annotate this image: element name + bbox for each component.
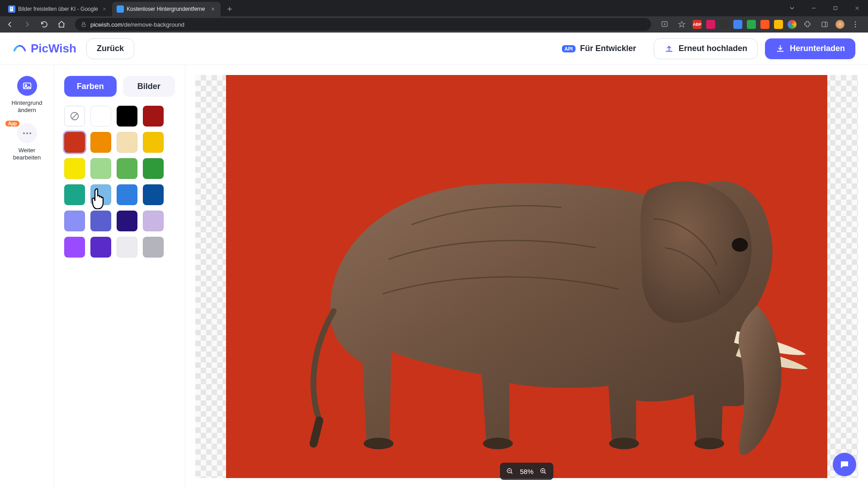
color-swatch[interactable] — [90, 106, 111, 127]
app-header: PicWish Zurück API Für Entwickler Erneut… — [0, 33, 868, 65]
color-swatch[interactable] — [64, 184, 85, 205]
color-swatch[interactable] — [143, 158, 164, 179]
color-swatch[interactable] — [143, 237, 164, 258]
profile-avatar[interactable] — [835, 20, 844, 29]
color-swatch[interactable] — [90, 184, 111, 205]
svg-rect-5 — [82, 24, 85, 26]
color-swatch[interactable] — [64, 237, 85, 258]
tab-close-icon[interactable] — [210, 6, 216, 12]
panel-tabs: Farben Bilder — [64, 76, 175, 97]
color-swatch[interactable] — [143, 132, 164, 153]
no-color-icon — [70, 111, 80, 121]
change-bg-icon — [17, 76, 37, 96]
svg-point-10 — [855, 26, 856, 27]
background-panel: Farben Bilder — [54, 65, 185, 488]
extensions-menu-icon[interactable] — [801, 18, 814, 31]
color-swatch[interactable] — [117, 184, 137, 205]
tab-colors[interactable]: Farben — [64, 76, 117, 97]
url-domain: picwish.com — [90, 21, 123, 28]
svg-rect-7 — [822, 22, 827, 27]
tab-colors-label: Farben — [77, 82, 104, 91]
svg-point-16 — [483, 438, 513, 449]
color-swatch[interactable] — [64, 132, 85, 153]
app-badge: App — [5, 121, 19, 127]
rail-continue-edit[interactable]: App Weiter bearbeiten — [5, 123, 50, 162]
color-swatch[interactable] — [117, 106, 137, 127]
color-swatch[interactable] — [90, 237, 111, 258]
ext-icon-2[interactable] — [706, 20, 715, 29]
ext-icon-5[interactable] — [747, 20, 756, 29]
svg-point-17 — [609, 438, 639, 449]
browser-tab-2[interactable]: Kostenloser Hintergrundentferne — [112, 2, 221, 16]
ext-icon-4[interactable] — [733, 20, 742, 29]
window-maximize-button[interactable] — [825, 0, 846, 16]
browser-menu-icon[interactable] — [849, 18, 862, 31]
color-swatch[interactable] — [143, 106, 164, 127]
download-label: Herunterladen — [790, 44, 845, 53]
chat-fab[interactable] — [833, 453, 856, 476]
zoom-out-icon[interactable] — [506, 468, 514, 475]
window-controls — [781, 0, 868, 16]
reupload-label: Erneut hochladen — [679, 44, 747, 53]
color-swatch[interactable] — [117, 211, 137, 231]
color-swatch[interactable] — [64, 211, 85, 231]
color-swatch[interactable] — [143, 211, 164, 231]
tab-dropdown-icon[interactable] — [781, 0, 803, 16]
svg-rect-4 — [834, 7, 837, 10]
side-panel-icon[interactable] — [818, 18, 831, 31]
reupload-button[interactable]: Erneut hochladen — [654, 38, 758, 59]
ext-abp-icon[interactable]: ABP — [693, 20, 702, 29]
ext-icon-6[interactable] — [760, 20, 769, 29]
bookmark-icon[interactable] — [675, 18, 688, 31]
download-icon — [775, 44, 785, 54]
upload-icon — [664, 44, 674, 54]
download-button[interactable]: Herunterladen — [765, 38, 855, 59]
url-field[interactable]: picwish.com/de/remove-background — [75, 18, 651, 31]
logo-text: PicWish — [31, 42, 76, 56]
tab-images-label: Bilder — [137, 82, 160, 91]
new-tab-button[interactable] — [223, 3, 236, 15]
nav-forward-button[interactable] — [21, 18, 33, 31]
color-swatch[interactable] — [143, 184, 164, 205]
window-close-button[interactable] — [846, 0, 868, 16]
developers-button[interactable]: API Für Entwickler — [552, 38, 646, 59]
tab-favicon-picwish — [117, 5, 124, 13]
nav-back-button[interactable] — [4, 18, 16, 31]
zoom-in-icon[interactable] — [540, 468, 547, 475]
color-swatch[interactable] — [90, 132, 111, 153]
canvas-area: 58% — [185, 65, 868, 488]
rail-change-bg-label: Hintergrund ändern — [5, 99, 50, 114]
rail-continue-label: Weiter bearbeiten — [5, 147, 50, 162]
color-swatch[interactable] — [117, 158, 137, 179]
window-minimize-button[interactable] — [803, 0, 825, 16]
image-background[interactable] — [226, 75, 827, 478]
app-logo[interactable]: PicWish — [13, 42, 76, 56]
color-swatch[interactable] — [117, 237, 137, 258]
rail-change-background[interactable]: Hintergrund ändern — [5, 76, 50, 114]
left-rail: Hintergrund ändern App Weiter bearbeiten — [0, 65, 54, 488]
color-swatch[interactable] — [64, 158, 85, 179]
nav-reload-button[interactable] — [38, 18, 51, 31]
ext-icon-7[interactable] — [774, 20, 783, 29]
back-label: Zurück — [97, 44, 124, 53]
color-swatch[interactable] — [117, 132, 137, 153]
browser-toolbar: picwish.com/de/remove-background ABP — [0, 16, 868, 33]
tab-title: Bilder freistellen über KI - Google — [18, 6, 99, 12]
install-app-icon[interactable] — [658, 18, 671, 31]
tab-images[interactable]: Bilder — [123, 76, 175, 97]
nav-home-button[interactable] — [55, 18, 68, 31]
color-swatch[interactable] — [90, 211, 111, 231]
back-button[interactable]: Zurück — [86, 38, 134, 59]
svg-rect-3 — [11, 9, 12, 9]
chat-icon — [839, 459, 850, 470]
ext-icon-8[interactable] — [788, 20, 797, 29]
ext-icon-3[interactable] — [720, 20, 729, 29]
browser-tab-strip: Bilder freistellen über KI - Google Kost… — [0, 0, 868, 16]
browser-tab-1[interactable]: Bilder freistellen über KI - Google — [4, 2, 112, 16]
lock-icon — [80, 21, 87, 28]
color-swatch[interactable] — [90, 158, 111, 179]
svg-point-15 — [363, 438, 393, 449]
tab-favicon-docs — [8, 5, 15, 13]
tab-close-icon[interactable] — [101, 6, 108, 12]
color-swatch[interactable] — [64, 106, 85, 127]
